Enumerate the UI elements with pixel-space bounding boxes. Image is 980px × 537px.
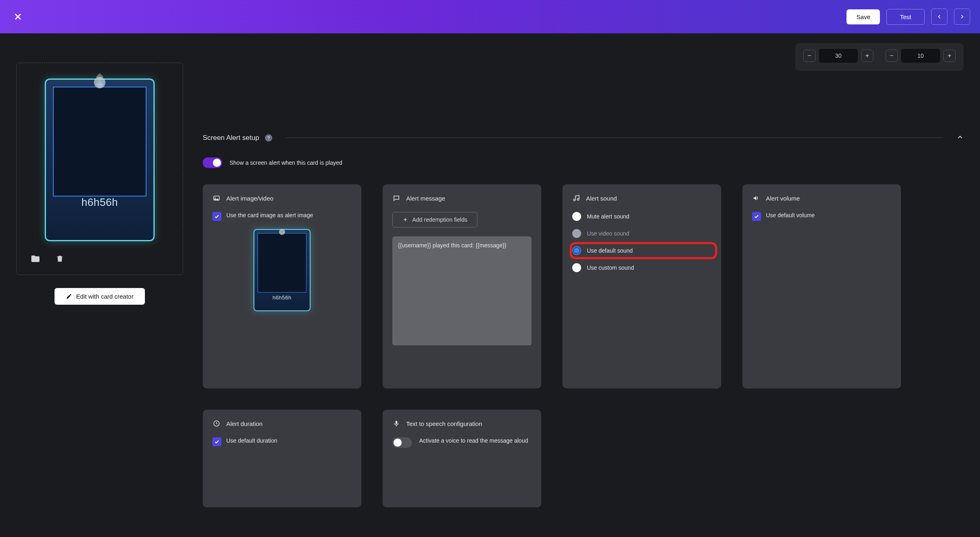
alert-sound-panel: Alert sound Mute alert sound Use video s… <box>562 184 721 389</box>
stepper-2: − 10 + <box>886 49 956 63</box>
tts-toggle-label: Activate a voice to read the message alo… <box>419 437 528 444</box>
section-title: Screen Alert setup <box>203 134 259 142</box>
add-redemption-fields-button[interactable]: Add redemption fields <box>392 212 477 227</box>
alert-message-panel: Alert message Add redemption fields <box>383 184 541 389</box>
stepper-1-increment[interactable]: + <box>861 50 873 62</box>
default-sound-radio[interactable]: Use default sound <box>572 246 711 255</box>
stepper-2-value[interactable]: 10 <box>901 49 940 63</box>
alert-message-textarea[interactable] <box>392 236 532 345</box>
mute-sound-radio[interactable]: Mute alert sound <box>572 212 711 221</box>
default-sound-label: Use default sound <box>587 247 633 254</box>
svg-point-0 <box>94 77 105 88</box>
use-card-image-checkbox[interactable] <box>212 212 221 221</box>
test-button[interactable]: Test <box>886 9 925 25</box>
save-button[interactable]: Save <box>847 9 880 24</box>
topbar: Save Test <box>0 0 980 33</box>
custom-sound-label: Use custom sound <box>587 264 634 271</box>
image-icon <box>212 194 221 202</box>
svg-point-3 <box>279 229 285 235</box>
left-column: h6h56h Edit with card creator <box>16 43 183 507</box>
alert-message-title: Alert message <box>406 195 445 202</box>
edit-card-label: Edit with card creator <box>76 293 133 300</box>
right-column: − 30 + − 10 + Screen Alert setup ? Show <box>203 43 964 507</box>
tts-toggle[interactable] <box>392 437 412 448</box>
alert-sound-title: Alert sound <box>586 195 617 202</box>
default-duration-checkbox[interactable] <box>212 437 221 446</box>
alert-image-panel: Alert image/video Use the card image as … <box>203 184 361 389</box>
alert-image-title: Alert image/video <box>226 195 273 202</box>
microphone-icon <box>392 419 400 428</box>
numeric-panel: − 30 + − 10 + <box>795 43 964 71</box>
content: h6h56h Edit with card creator − <box>0 33 980 517</box>
use-card-image-label: Use the card image as alert image <box>226 212 313 218</box>
folder-button[interactable] <box>30 253 41 265</box>
help-icon[interactable]: ? <box>265 134 272 142</box>
alert-duration-panel: Alert duration Use default duration <box>203 410 361 507</box>
show-alert-toggle[interactable] <box>203 157 222 168</box>
section-header: Screen Alert setup ? <box>203 81 964 146</box>
card-gem-icon <box>276 226 288 238</box>
message-icon <box>392 194 400 202</box>
clock-icon <box>212 419 221 428</box>
edit-card-creator-button[interactable]: Edit with card creator <box>55 288 145 305</box>
mute-sound-label: Mute alert sound <box>587 213 629 220</box>
prev-button[interactable] <box>931 9 947 25</box>
stepper-2-decrement[interactable]: − <box>886 50 898 62</box>
card-gem-icon <box>88 71 111 94</box>
numeric-controls: − 30 + − 10 + <box>203 43 964 71</box>
divider <box>286 138 943 138</box>
small-card-name: h6h56h <box>273 295 291 301</box>
svg-point-2 <box>215 197 216 198</box>
stepper-1: − 30 + <box>803 49 873 63</box>
panels-row-2: Alert duration Use default duration Text… <box>203 410 964 507</box>
show-alert-toggle-row: Show a screen alert when this card is pl… <box>203 146 964 184</box>
card-preview: h6h56h <box>16 63 183 275</box>
alert-volume-title: Alert volume <box>766 195 800 202</box>
video-sound-radio: Use video sound <box>572 229 711 238</box>
video-sound-label: Use video sound <box>587 230 629 237</box>
tts-panel: Text to speech configuration Activate a … <box>383 410 541 507</box>
volume-icon <box>752 194 760 202</box>
alert-duration-title: Alert duration <box>226 420 262 427</box>
small-card-preview: h6h56h <box>252 227 312 313</box>
collapse-toggle[interactable] <box>956 133 964 142</box>
card-name: h6h56h <box>81 196 118 209</box>
default-duration-label: Use default duration <box>226 437 277 444</box>
tts-title: Text to speech configuration <box>406 420 482 427</box>
close-button[interactable] <box>10 9 26 25</box>
show-alert-label: Show a screen alert when this card is pl… <box>230 159 342 166</box>
stepper-1-decrement[interactable]: − <box>803 50 816 62</box>
add-fields-label: Add redemption fields <box>412 216 467 223</box>
custom-sound-radio[interactable]: Use custom sound <box>572 263 711 272</box>
default-volume-label: Use default volume <box>766 212 815 218</box>
stepper-1-value[interactable]: 30 <box>819 49 858 63</box>
next-button[interactable] <box>954 9 970 25</box>
panels-row-1: Alert image/video Use the card image as … <box>203 184 964 389</box>
alert-volume-panel: Alert volume Use default volume <box>742 184 901 389</box>
music-icon <box>572 194 580 202</box>
stepper-2-increment[interactable]: + <box>943 50 956 62</box>
delete-button[interactable] <box>54 253 66 265</box>
card-image: h6h56h <box>41 74 159 245</box>
default-volume-checkbox[interactable] <box>752 212 761 221</box>
